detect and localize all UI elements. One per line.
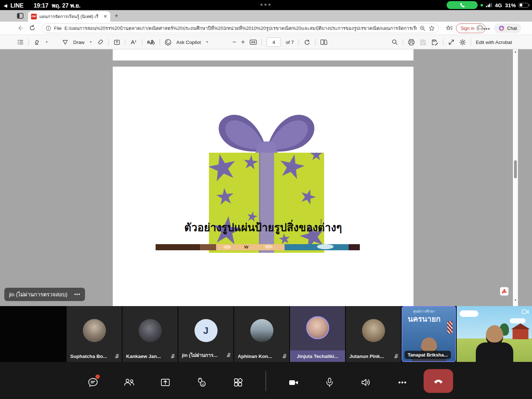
text-cursor: I xyxy=(320,218,322,225)
breakout-apps-button[interactable] xyxy=(231,375,245,390)
avatar xyxy=(139,319,162,342)
eraser-icon[interactable] xyxy=(97,39,104,46)
ask-copilot-label[interactable]: Ask Copilot xyxy=(176,40,201,45)
avatar xyxy=(362,319,385,342)
search-document-icon[interactable] xyxy=(392,39,398,45)
refresh-button[interactable] xyxy=(29,24,36,31)
reactions-button[interactable] xyxy=(195,375,209,390)
date: พฤ. 27 พ.ย. xyxy=(52,1,80,10)
mic-off-icon xyxy=(226,353,231,358)
back-button[interactable] xyxy=(17,24,24,32)
table-of-contents-icon[interactable] xyxy=(17,39,24,45)
zoom-page-icon[interactable] xyxy=(420,25,426,31)
url-field[interactable]: File E:/แผนการสอน%20รร%20บ้านตลาดเก่า/คณ… xyxy=(42,23,439,33)
participant-name: Kankaew Jan... xyxy=(126,354,168,359)
read-aloud-icon[interactable] xyxy=(130,39,137,46)
browser-tab[interactable]: PDF แผนการจัดการเรียนรู้ (นิเทศ) เรื่องก… xyxy=(28,11,110,22)
participant-name: jin (ไม่ผ่านการ... xyxy=(182,351,224,359)
print-icon[interactable] xyxy=(408,39,415,46)
scrollbar-thumb[interactable] xyxy=(514,160,517,178)
participant-tile-video[interactable]: ศูนย์การศึกษา นครนายก Tanapat Briksha... xyxy=(402,306,456,362)
copilot-icon xyxy=(499,25,505,31)
edit-with-acrobat-button[interactable]: Edit with Acrobat xyxy=(476,40,512,45)
fit-width-icon[interactable] xyxy=(250,39,257,45)
zoom-in-button[interactable]: + xyxy=(241,38,245,46)
highlighter-icon[interactable] xyxy=(33,39,40,46)
end-call-button[interactable] xyxy=(424,369,453,393)
participant-name: Jinjuta Techaliki... xyxy=(297,354,338,359)
draw-dropdown-icon[interactable]: ▼ xyxy=(89,41,92,44)
share-screen-button[interactable] xyxy=(158,375,173,390)
multitask-dots-icon[interactable] xyxy=(260,4,271,6)
ask-copilot-dropdown-icon[interactable]: ▼ xyxy=(206,41,209,44)
favorites-bar-icon[interactable] xyxy=(446,25,453,32)
browser-menu-icon[interactable]: ••• xyxy=(483,26,491,31)
draw-pen-icon[interactable] xyxy=(62,39,68,45)
tab-actions-icon[interactable] xyxy=(16,12,24,19)
participant-tile[interactable]: Suphatcha Bo... xyxy=(67,306,122,362)
controls-divider xyxy=(265,371,266,391)
participant-tile[interactable]: Aphinan Kon... xyxy=(234,306,289,362)
more-options-button[interactable] xyxy=(395,375,410,390)
acrobat-icon xyxy=(501,288,507,294)
people-button[interactable] xyxy=(122,375,137,390)
mic-off-icon xyxy=(282,354,287,359)
highlighter-dropdown-icon[interactable]: ▼ xyxy=(45,41,48,44)
participant-tile-video[interactable] xyxy=(457,306,532,362)
pdf-file-icon: PDF xyxy=(31,14,37,19)
chat-notification-badge xyxy=(95,375,100,379)
acrobat-floating-button[interactable] xyxy=(500,287,509,296)
page-number-input[interactable] xyxy=(267,37,281,47)
scroll-up-icon[interactable]: ▲ xyxy=(514,50,517,53)
save-as-icon[interactable] xyxy=(431,39,438,46)
scroll-down-icon[interactable]: ▼ xyxy=(514,299,517,302)
translate-icon[interactable]: aあ xyxy=(147,39,155,45)
pdf-scrollbar[interactable]: ▲ ▼ xyxy=(513,49,518,306)
participant-tile[interactable]: Jutanun Pink... xyxy=(346,306,401,362)
participant-name: Suphatcha Bo... xyxy=(70,354,112,359)
zoom-out-button[interactable]: − xyxy=(232,38,236,46)
phone-icon xyxy=(460,3,465,8)
active-call-pill[interactable] xyxy=(447,1,478,9)
clock: 19:17 xyxy=(33,3,48,9)
camera-button[interactable] xyxy=(286,375,301,390)
participant-tile[interactable]: Kankaew Jan... xyxy=(122,306,178,362)
presenter-menu-icon[interactable]: ••• xyxy=(74,292,80,297)
back-to-app-icon[interactable]: ◀ xyxy=(4,3,7,8)
ask-copilot-icon[interactable] xyxy=(165,39,171,46)
pdf-content-area[interactable]: ตัวอย่างรูปแผ่นป้ายรูปสิ่งของต่างๆ I w ▲… xyxy=(0,49,532,306)
presenter-overlay[interactable]: jin (ไม่ผ่านการตรวจสอบ) ••• xyxy=(4,288,85,301)
avatar xyxy=(306,316,329,339)
settings-gear-icon[interactable] xyxy=(459,39,466,46)
call-control-bar xyxy=(0,362,532,399)
speaker-button[interactable] xyxy=(359,375,373,390)
participant-tile[interactable]: J jin (ไม่ผ่านการ... xyxy=(178,306,233,362)
page-view-icon[interactable] xyxy=(320,39,327,45)
camera-spotlight-icon[interactable] xyxy=(522,309,529,315)
next-figure-partial: w xyxy=(156,244,360,250)
favorite-star-icon[interactable] xyxy=(429,25,435,31)
mic-off-icon xyxy=(394,354,399,359)
video-bg-text-large: นครนายก xyxy=(402,313,446,325)
tab-close-icon[interactable]: ✕ xyxy=(103,14,107,19)
save-icon[interactable] xyxy=(420,39,426,46)
back-to-app-label[interactable]: LINE xyxy=(10,3,23,9)
new-tab-button[interactable]: + xyxy=(115,13,119,19)
url-scheme-label: File xyxy=(54,26,62,31)
battery-icon xyxy=(519,3,528,8)
microphone-button[interactable] xyxy=(322,375,337,390)
sign-in-button[interactable]: Sign in xyxy=(456,23,486,33)
rotate-icon[interactable] xyxy=(304,39,310,46)
participant-tile-speaking[interactable]: Jinjuta Techaliki... xyxy=(290,306,345,362)
url-text: E:/แผนการสอน%20รร%20บ้านตลาดเก่า/คณิตศาส… xyxy=(64,24,417,32)
info-icon[interactable] xyxy=(46,26,51,31)
add-text-icon[interactable] xyxy=(113,39,120,46)
figure-caption: ตัวอย่างรูปแผ่นป้ายรูปสิ่งของต่างๆ xyxy=(113,219,413,236)
copilot-chat-label: Chat xyxy=(507,26,517,31)
chat-button[interactable] xyxy=(86,375,100,390)
browser-tab-bar: PDF แผนการจัดการเรียนรู้ (นิเทศ) เรื่องก… xyxy=(0,10,532,22)
lighthouse-graphic xyxy=(447,321,452,333)
copilot-chat-button[interactable]: Chat xyxy=(494,23,521,33)
draw-label[interactable]: Draw xyxy=(73,40,85,45)
fullscreen-icon[interactable] xyxy=(448,39,455,45)
